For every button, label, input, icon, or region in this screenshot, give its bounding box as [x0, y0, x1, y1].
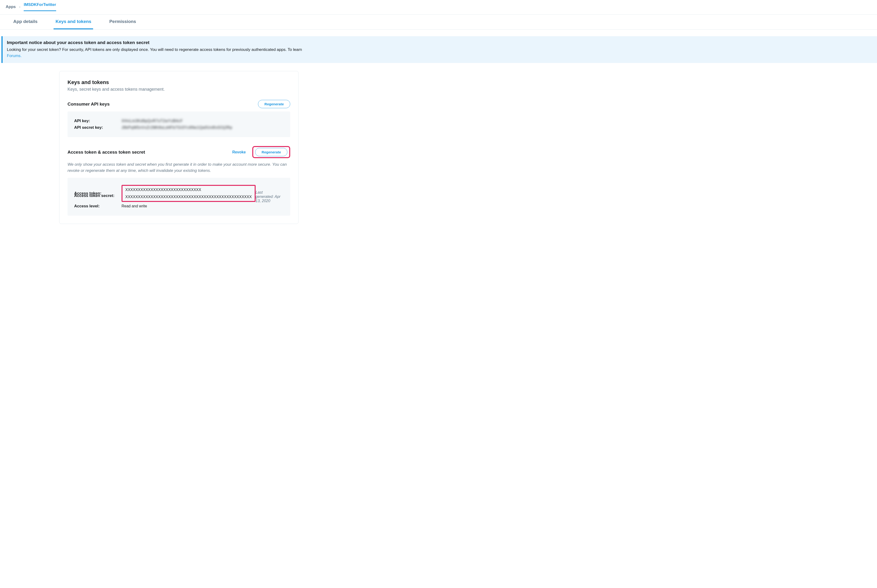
keys-card: Keys and tokens Keys, secret keys and ac… [59, 71, 298, 224]
breadcrumb: Apps › IMSDKForTwitter [0, 0, 877, 15]
access-level-value: Read and write [122, 204, 147, 208]
access-section-head: Access token & access token secret Revok… [68, 146, 290, 158]
api-secret-label: API secret key: [74, 125, 122, 130]
card-title: Keys and tokens [68, 79, 290, 86]
access-secret-value: XXXXXXXXXXXXXXXXXXXXXXXXXXXXXXXXXXXXXXXX… [125, 195, 252, 199]
notice-banner: Important notice about your access token… [2, 36, 877, 63]
consumer-panel: API key: XHnLm3Kd9pQvR7sT2wYzB4cF API se… [68, 111, 290, 137]
highlight-tokens: XXXXXXXXXXXXXXXXXXXXXXXXXXXXXX XXXXXXXXX… [122, 185, 256, 202]
api-secret-value: J8kPqW5nVxZr2Mh9sLd4Fb7Gt3Yc6Ne1Qa0Uv8Ix… [122, 126, 232, 130]
access-regenerate-button[interactable]: Regenerate [255, 148, 287, 156]
card-subtitle: Keys, secret keys and access tokens mana… [68, 87, 290, 92]
chevron-right-icon: › [19, 4, 21, 9]
consumer-heading: Consumer API keys [68, 102, 110, 107]
access-timestamp: Last generated: Apr 13, 2020 [256, 190, 284, 203]
access-level-label: Access level: [74, 204, 122, 208]
access-secret-label: Access token secret: [74, 194, 122, 198]
tab-app-details[interactable]: App details [11, 15, 39, 29]
notice-forums-link[interactable]: Forums. [7, 54, 21, 58]
tab-bar: App details Keys and tokens Permissions [0, 15, 877, 29]
access-heading: Access token & access token secret [68, 150, 145, 155]
access-panel: Access token: XXXXXXXXXXXXXXXXXXXXXXXXXX… [68, 178, 290, 216]
breadcrumb-root[interactable]: Apps [6, 4, 16, 9]
tab-keys-tokens[interactable]: Keys and tokens [54, 15, 93, 29]
highlight-regenerate: Regenerate [252, 146, 290, 158]
access-description: We only show your access token and secre… [68, 162, 290, 174]
api-key-value: XHnLm3Kd9pQvR7sT2wYzB4cF [122, 119, 183, 123]
api-key-label: API key: [74, 118, 122, 123]
tab-permissions[interactable]: Permissions [107, 15, 138, 29]
consumer-regenerate-button[interactable]: Regenerate [258, 100, 290, 108]
access-token-value: XXXXXXXXXXXXXXXXXXXXXXXXXXXXXX [125, 188, 252, 192]
notice-title: Important notice about your access token… [7, 40, 873, 45]
breadcrumb-current[interactable]: IMSDKForTwitter [24, 2, 56, 11]
access-revoke-button[interactable]: Revoke [232, 150, 246, 154]
consumer-section-head: Consumer API keys Regenerate [68, 100, 290, 108]
notice-body: Looking for your secret token? For secur… [7, 46, 873, 59]
